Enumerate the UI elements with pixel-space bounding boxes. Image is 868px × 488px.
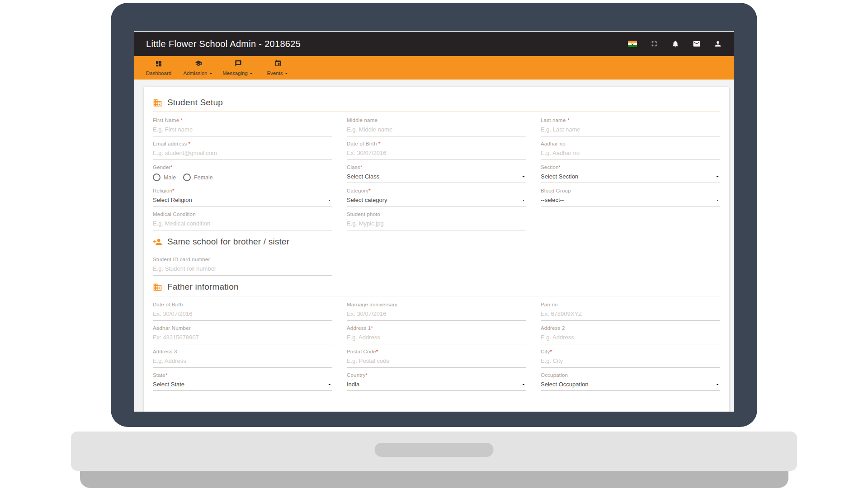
text-input-student-setup-last-name[interactable]: E.g. Last name bbox=[541, 126, 720, 136]
text-input-father-information-address-3[interactable]: E.g. Address bbox=[153, 357, 332, 368]
select-value: India bbox=[347, 381, 359, 388]
field-student-setup-middle-name: Middle nameE.g. Middle name bbox=[347, 117, 526, 136]
india-flag-icon[interactable] bbox=[628, 41, 637, 47]
content-area: Student SetupFirst Name *E.g. First name… bbox=[134, 80, 734, 412]
nav-label: Messaging bbox=[222, 70, 248, 76]
field-father-information-pan-no: Pan noEx: 678909XYZ bbox=[541, 302, 720, 320]
field-label: Postal Code* bbox=[347, 349, 526, 354]
fullscreen-icon[interactable] bbox=[650, 40, 658, 48]
mail-icon[interactable] bbox=[693, 40, 701, 48]
radio-female[interactable] bbox=[183, 174, 191, 181]
school-building-icon bbox=[153, 98, 162, 108]
chevron-down-icon bbox=[283, 70, 289, 76]
field-father-information-marriage-anniversary: Marriage anniversaryEx: 30/07/2016 bbox=[347, 302, 526, 320]
select-student-setup-section[interactable]: Select Section bbox=[541, 173, 720, 183]
text-input-father-information-address-2[interactable]: E.g. Address bbox=[541, 334, 720, 344]
text-input-sibling-student-id-card-number[interactable]: E.g. Student roll number bbox=[153, 265, 332, 276]
calendar-icon bbox=[274, 60, 282, 69]
text-input-student-setup-date-of-birth[interactable]: Ex: 30/07/2016 bbox=[347, 150, 526, 160]
field-label: Aadhar Number bbox=[153, 325, 332, 331]
app-title: Little Flower School Admin - 2018625 bbox=[146, 39, 628, 49]
text-input-student-setup-medical-condition[interactable]: E.g. Medical condition bbox=[153, 220, 332, 230]
school-building-icon bbox=[153, 282, 162, 292]
text-input-student-setup-student-photo[interactable]: E.g. Mypic.jpg bbox=[347, 220, 526, 230]
titlebar-icons bbox=[628, 40, 722, 48]
select-father-information-state[interactable]: Select State bbox=[153, 381, 332, 391]
dropdown-arrow-icon bbox=[715, 174, 720, 179]
required-asterisk: * bbox=[371, 325, 373, 331]
field-grid: Student ID card numberE.g. Student roll … bbox=[153, 251, 720, 275]
text-input-father-information-pan-no[interactable]: Ex: 678909XYZ bbox=[541, 310, 720, 321]
field-label: City* bbox=[541, 349, 720, 354]
field-student-setup-first-name: First Name *E.g. First name bbox=[153, 117, 332, 136]
required-asterisk: * bbox=[559, 164, 561, 170]
field-student-setup-last-name: Last name *E.g. Last name bbox=[541, 117, 720, 136]
select-value: --select-- bbox=[541, 197, 564, 203]
dropdown-arrow-icon bbox=[521, 382, 526, 387]
notifications-bell-icon[interactable] bbox=[671, 40, 679, 48]
required-asterisk: * bbox=[172, 188, 175, 193]
required-asterisk: * bbox=[360, 164, 363, 170]
nav-item-messaging[interactable]: Messaging bbox=[218, 56, 258, 80]
field-student-setup-student-photo: Student photoE.g. Mypic.jpg bbox=[347, 211, 526, 230]
text-input-student-setup-first-name[interactable]: E.g. First name bbox=[153, 126, 332, 136]
select-student-setup-category[interactable]: Select category bbox=[347, 197, 526, 206]
field-label: Pan no bbox=[541, 302, 720, 307]
field-student-setup-category: Category*Select category bbox=[347, 188, 526, 206]
app-window: Little Flower School Admin - 2018625 bbox=[134, 31, 734, 412]
field-label: Medical Condition bbox=[153, 211, 332, 217]
nav-label: Dashboard bbox=[146, 70, 171, 76]
graduation-cap-icon bbox=[195, 60, 202, 69]
field-father-information-occupation: OccupationSelect Occupation bbox=[541, 372, 720, 390]
field-label: Religion* bbox=[153, 188, 332, 193]
field-label: Category* bbox=[347, 188, 526, 193]
text-input-father-information-aadhar-number[interactable]: Ex: 43215678907 bbox=[153, 334, 332, 344]
text-input-student-setup-email-address[interactable]: E.g. student@gmail.com bbox=[153, 150, 332, 160]
nav-item-dashboard[interactable]: Dashboard bbox=[139, 56, 179, 80]
field-student-setup-medical-condition: Medical ConditionE.g. Medical condition bbox=[153, 211, 332, 230]
field-student-setup-section: Section*Select Section bbox=[541, 164, 720, 183]
field-label: Last name * bbox=[541, 117, 720, 123]
required-asterisk: * bbox=[165, 372, 168, 378]
field-label: Student photo bbox=[347, 211, 526, 217]
field-student-setup-aadhar-no: Aadhar noE.g. Aadhar no bbox=[541, 141, 720, 159]
text-input-father-information-date-of-birth[interactable]: Ex: 30/07/2016 bbox=[153, 310, 332, 321]
page: Little Flower School Admin - 2018625 bbox=[0, 0, 868, 488]
field-student-setup-date-of-birth: Date of Birth *Ex: 30/07/2016 bbox=[347, 141, 526, 159]
text-input-student-setup-aadhar-no[interactable]: E.g. Aadhar no bbox=[541, 150, 720, 160]
field-father-information-date-of-birth: Date of BirthEx: 30/07/2016 bbox=[153, 302, 332, 320]
account-icon[interactable] bbox=[714, 40, 722, 48]
dropdown-arrow-icon bbox=[715, 382, 720, 387]
chevron-down-icon bbox=[208, 70, 214, 76]
field-father-information-country: Country*India bbox=[347, 372, 526, 390]
text-input-father-information-city[interactable]: E.g. City bbox=[541, 357, 720, 368]
nav-item-admission[interactable]: Admission bbox=[179, 56, 218, 80]
empty-cell bbox=[541, 257, 720, 275]
dropdown-arrow-icon bbox=[715, 197, 720, 203]
chat-icon bbox=[235, 60, 242, 69]
select-father-information-occupation[interactable]: Select Occupation bbox=[541, 381, 720, 391]
select-value: Select category bbox=[347, 197, 387, 203]
field-grid: Date of BirthEx: 30/07/2016Marriage anni… bbox=[153, 296, 720, 390]
select-father-information-country[interactable]: India bbox=[347, 381, 526, 391]
select-student-setup-blood-group[interactable]: --select-- bbox=[541, 197, 720, 206]
select-value: Select Occupation bbox=[541, 381, 589, 388]
radio-male[interactable] bbox=[153, 174, 160, 181]
required-asterisk: * bbox=[366, 372, 368, 378]
text-input-student-setup-middle-name[interactable]: E.g. Middle name bbox=[347, 126, 526, 136]
field-label: Date of Birth * bbox=[347, 141, 526, 146]
field-label: Student ID card number bbox=[153, 257, 332, 262]
section-title: Father information bbox=[167, 282, 239, 292]
section-title: Same school for brother / sister bbox=[167, 237, 289, 247]
text-input-father-information-marriage-anniversary[interactable]: Ex: 30/07/2016 bbox=[347, 310, 526, 321]
text-input-father-information-postal-code[interactable]: E.g. Postal code bbox=[347, 357, 526, 368]
select-value: Select Class bbox=[347, 173, 379, 180]
select-student-setup-class[interactable]: Select Class bbox=[347, 173, 526, 183]
select-student-setup-religion[interactable]: Select Religion bbox=[153, 197, 332, 206]
form-sections: Student SetupFirst Name *E.g. First name… bbox=[153, 98, 720, 390]
nav-item-events[interactable]: Events bbox=[258, 56, 298, 80]
field-father-information-address-1: Address 1*E.g. Address bbox=[347, 325, 526, 343]
field-label: Aadhar no bbox=[541, 141, 720, 146]
text-input-father-information-address-1[interactable]: E.g. Address bbox=[347, 334, 526, 344]
field-label: First Name * bbox=[153, 117, 332, 123]
